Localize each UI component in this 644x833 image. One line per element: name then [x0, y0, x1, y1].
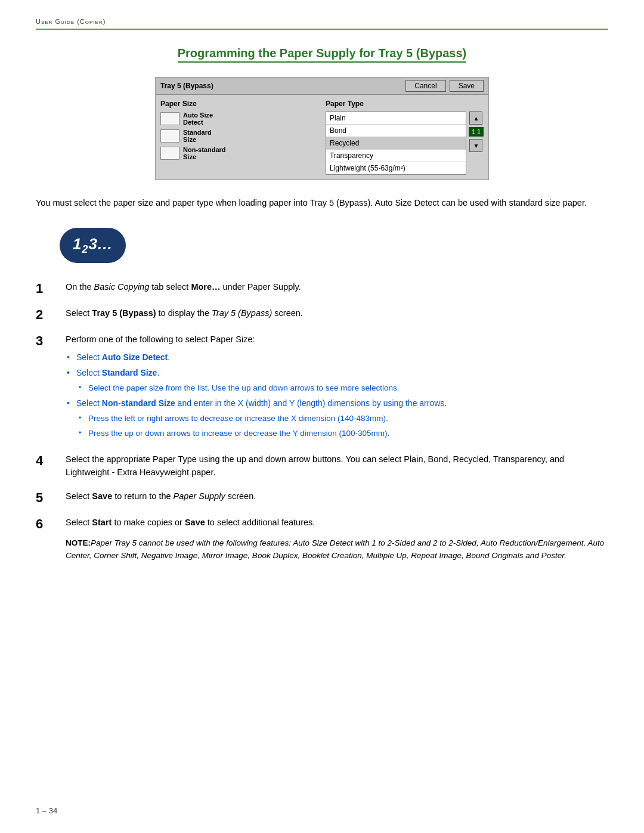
step2-italic: Tray 5 (Bypass) [212, 308, 272, 318]
ui-body: Paper Size Auto SizeDetect StandardSize … [156, 95, 488, 179]
cancel-button[interactable]: Cancel [405, 80, 445, 92]
paper-type-column: Paper Type Plain Bond Recycled Transpare… [326, 100, 484, 175]
note-box: NOTE:Paper Tray 5 cannot be used with th… [66, 537, 608, 562]
step3-nonstandard-bold: Non-standard Size [102, 398, 175, 408]
step-content-4: Select the appropriate Paper Type using … [66, 453, 608, 479]
step-2: 2 Select Tray 5 (Bypass) to display the … [36, 307, 608, 323]
paper-size-thumb-nonstandard [160, 147, 179, 160]
step-content-6: Select Start to make copies or Save to s… [66, 516, 608, 562]
paper-type-recycled[interactable]: Recycled [326, 137, 466, 150]
step-number-5: 5 [36, 490, 66, 506]
step3-bullet-nonstandard: Select Non-standard Size and enter in th… [66, 397, 608, 440]
badge-main: 1 [73, 235, 82, 253]
paper-size-thumb-auto [160, 112, 179, 125]
header-title: User Guide (Copier) [36, 18, 106, 25]
step1-bold: More… [191, 282, 220, 292]
paper-size-thumb-standard [160, 129, 179, 143]
step3-bullet-standard: Select Standard Size. Select the paper s… [66, 367, 608, 394]
step3-auto-bold: Auto Size Detect [102, 352, 168, 362]
ui-mockup: Tray 5 (Bypass) Cancel Save Paper Size A… [155, 77, 489, 180]
step-content-3: Perform one of the following to select P… [66, 333, 608, 443]
step3-standard-bold: Standard Size [102, 368, 157, 377]
paper-type-list: Plain Bond Recycled Transparency Lightwe… [326, 112, 466, 175]
page-title: Programming the Paper Supply for Tray 5 … [178, 47, 467, 63]
step3-sub-nonstandard-list: Press the left or right arrows to decrea… [76, 413, 608, 440]
step3-sub-list: Select the paper size from the list. Use… [76, 382, 608, 394]
step-content-2: Select Tray 5 (Bypass) to display the Tr… [66, 307, 608, 323]
ui-tray-label: Tray 5 (Bypass) [160, 82, 213, 90]
paper-type-section: Plain Bond Recycled Transparency Lightwe… [326, 112, 484, 175]
paper-size-text-nonstandard: Non-standardSize [183, 146, 226, 160]
step-number-6: 6 [36, 516, 66, 562]
scroll-down-arrow[interactable]: ▼ [469, 139, 482, 152]
paper-type-transparency[interactable]: Transparency [326, 150, 466, 162]
step-content-1: On the Basic Copying tab select More… un… [66, 281, 608, 296]
paper-size-standard[interactable]: StandardSize [160, 129, 318, 143]
step-1: 1 On the Basic Copying tab select More… … [36, 281, 608, 296]
step3-sub-standard: Select the paper size from the list. Use… [76, 382, 608, 394]
paper-type-bond[interactable]: Bond [326, 125, 466, 137]
step-5: 5 Select Save to return to the Paper Sup… [36, 490, 608, 506]
step3-bullet-auto: Select Auto Size Detect. [66, 351, 608, 364]
step3-bullet-list: Select Auto Size Detect. Select Standard… [66, 351, 608, 440]
step-3: 3 Perform one of the following to select… [36, 333, 608, 443]
paper-size-nonstandard[interactable]: Non-standardSize [160, 146, 318, 160]
paper-size-column: Paper Size Auto SizeDetect StandardSize … [160, 100, 318, 175]
steps-container: 1 On the Basic Copying tab select More… … [36, 281, 608, 562]
page-header: User Guide (Copier) [36, 18, 608, 30]
step6-start-bold: Start [92, 518, 112, 527]
note-label: NOTE: [66, 538, 91, 547]
step-4: 4 Select the appropriate Paper Type usin… [36, 453, 608, 479]
step3-sub-y: Press the up or down arrows to increase … [76, 428, 608, 439]
steps-badge: 123... [60, 228, 126, 263]
paper-size-text-auto: Auto SizeDetect [183, 112, 213, 126]
step-number-3: 3 [36, 333, 66, 443]
badge-suffix: 3... [88, 235, 112, 253]
page-title-section: Programming the Paper Supply for Tray 5 … [36, 47, 608, 63]
step2-bold: Tray 5 (Bypass) [92, 308, 156, 318]
ui-title-buttons: Cancel Save [405, 80, 484, 92]
step-6: 6 Select Start to make copies or Save to… [36, 516, 608, 562]
scroll-up-arrow[interactable]: ▲ [469, 112, 482, 125]
step6-save-bold: Save [185, 518, 205, 527]
step5-italic: Paper Supply [174, 491, 225, 501]
step5-save-bold: Save [92, 491, 112, 501]
step-number-1: 1 [36, 281, 66, 296]
paper-size-label: Paper Size [160, 100, 318, 108]
footer: 1 – 34 [36, 806, 57, 815]
note-text: Paper Tray 5 cannot be used with the fol… [66, 538, 604, 561]
page-indicator: 1 1 [469, 127, 484, 137]
paper-type-lightweight[interactable]: Lightweight (55-63g/m²) [326, 162, 466, 174]
paper-type-label: Paper Type [326, 100, 484, 108]
intro-text: You must select the paper size and paper… [36, 197, 608, 210]
ui-title-bar: Tray 5 (Bypass) Cancel Save [156, 78, 488, 95]
page-container: User Guide (Copier) Programming the Pape… [0, 0, 644, 833]
paper-size-auto[interactable]: Auto SizeDetect [160, 112, 318, 126]
paper-size-text-standard: StandardSize [183, 129, 212, 143]
step-number-2: 2 [36, 307, 66, 323]
step3-sub-x: Press the left or right arrows to decrea… [76, 413, 608, 425]
paper-type-scroll-controls: ▲ 1 1 ▼ [469, 112, 484, 152]
step1-italic: Basic Copying [94, 282, 150, 292]
badge-container: 123... [60, 228, 608, 263]
paper-type-plain[interactable]: Plain [326, 112, 466, 125]
step-content-5: Select Save to return to the Paper Suppl… [66, 490, 608, 506]
page-number: 1 – 34 [36, 806, 57, 815]
step-number-4: 4 [36, 453, 66, 479]
badge-sub: 2 [82, 243, 88, 255]
save-button[interactable]: Save [450, 80, 484, 92]
